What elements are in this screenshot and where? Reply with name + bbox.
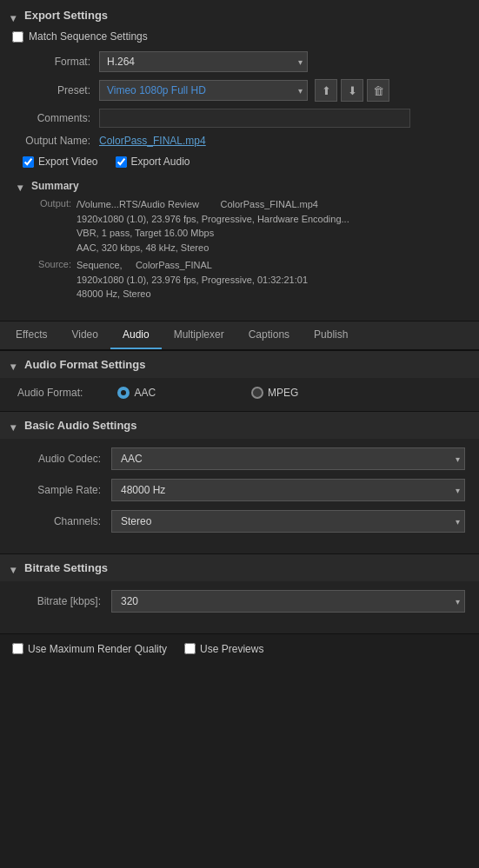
tab-audio[interactable]: Audio [110,321,162,349]
export-video-checkbox[interactable] [23,156,34,168]
basic-audio-settings-content: Audio Codec: AAC MP3 ▾ Sample Rate: 4410… [0,439,479,553]
max-render-quality-label: Use Maximum Render Quality [28,643,167,655]
use-previews-label: Use Previews [200,643,263,655]
summary-source-row: Source: Sequence, ColorPass_FINAL 1920x1… [17,258,462,301]
preset-select[interactable]: Vimeo 1080p Full HD [99,80,308,101]
aac-radio-label: AAC [134,387,156,399]
summary-title: Summary [31,180,79,192]
tabs-bar: Effects Video Audio Multiplexer Captions… [0,321,479,350]
comments-row: Comments: [10,109,469,128]
audio-format-collapse-icon [10,360,19,368]
export-settings-header[interactable]: Export Settings [10,9,469,22]
bitrate-label: Bitrate [kbps]: [14,595,101,607]
summary-output-label: Output: [21,197,71,255]
import-preset-button[interactable]: ⬇ [341,79,363,102]
bitrate-row: Bitrate [kbps]: 128 192 256 320 384 ▾ [14,590,465,613]
tab-video[interactable]: Video [59,321,110,349]
basic-audio-settings-section: Basic Audio Settings Audio Codec: AAC MP… [0,411,479,553]
channels-row: Channels: Mono Stereo 5.1 ▾ [14,510,465,533]
delete-preset-button[interactable]: 🗑 [367,79,389,102]
audio-codec-select-wrapper: AAC MP3 ▾ [111,447,465,470]
sample-rate-select-wrapper: 44100 Hz 48000 Hz 96000 Hz ▾ [111,479,465,501]
output-name-label: Output Name: [14,135,90,147]
basic-audio-collapse-icon [10,421,19,429]
audio-codec-label: Audio Codec: [14,453,101,465]
format-row: Format: H.264 ▾ [10,51,469,72]
use-previews-checkbox[interactable] [184,643,196,654]
mpeg-radio-item[interactable]: MPEG [251,387,298,399]
basic-audio-settings-title: Basic Audio Settings [24,419,137,432]
preset-label: Preset: [14,84,90,96]
export-checkboxes-row: Export Video Export Audio [10,156,469,168]
comments-input[interactable] [99,109,410,128]
aac-radio-item[interactable]: AAC [117,387,156,399]
channels-label: Channels: [14,515,101,527]
export-audio-checkbox[interactable] [116,156,127,168]
bitrate-settings-section: Bitrate Settings Bitrate [kbps]: 128 192… [0,553,479,633]
match-sequence-label: Match Sequence Settings [29,30,148,43]
channels-select-wrapper: Mono Stereo 5.1 ▾ [111,510,465,533]
output-name-value[interactable]: ColorPass_FINAL.mp4 [99,135,206,147]
audio-format-settings-header[interactable]: Audio Format Settings [0,350,479,378]
export-settings-section: Export Settings Match Sequence Settings … [0,0,479,321]
bitrate-settings-content: Bitrate [kbps]: 128 192 256 320 384 ▾ [0,581,479,633]
channels-select[interactable]: Mono Stereo 5.1 [111,510,465,533]
aac-radio-icon [117,387,130,399]
bitrate-select-wrapper: 128 192 256 320 384 ▾ [111,590,465,613]
audio-format-settings-content: Audio Format: AAC MPEG [0,378,479,411]
tab-effects[interactable]: Effects [3,321,59,349]
mpeg-radio-icon [251,387,263,399]
audio-codec-row: Audio Codec: AAC MP3 ▾ [14,447,465,470]
bitrate-select[interactable]: 128 192 256 320 384 [111,590,465,613]
export-video-label: Export Video [38,156,98,168]
max-render-quality-checkbox[interactable] [12,643,23,654]
export-audio-label: Export Audio [131,156,190,168]
basic-audio-settings-header[interactable]: Basic Audio Settings [0,411,479,439]
bitrate-settings-header[interactable]: Bitrate Settings [0,553,479,581]
sample-rate-row: Sample Rate: 44100 Hz 48000 Hz 96000 Hz … [14,479,465,501]
format-select-wrapper: H.264 ▾ [99,51,308,72]
tab-multiplexer[interactable]: Multiplexer [162,321,236,349]
summary-collapse-icon [17,182,26,190]
summary-header[interactable]: Summary [17,180,462,192]
bitrate-collapse-icon [10,563,19,572]
summary-output-row: Output: /Volume...RTS/Audio Review Color… [17,197,462,255]
preset-select-wrapper: Vimeo 1080p Full HD ▾ [99,80,308,101]
export-settings-title: Export Settings [24,9,108,22]
summary-output-value: /Volume...RTS/Audio Review ColorPass_FIN… [77,197,349,255]
collapse-icon [10,11,19,20]
bottom-checkboxes: Use Maximum Render Quality Use Previews [0,633,479,664]
audio-codec-select[interactable]: AAC MP3 [111,447,465,470]
export-video-item: Export Video [23,156,98,168]
export-audio-item: Export Audio [116,156,190,168]
preset-row: Preset: Vimeo 1080p Full HD ▾ ⬆ ⬇ 🗑 [10,79,469,102]
comments-label: Comments: [14,112,90,124]
format-label: Format: [14,56,90,68]
bitrate-settings-title: Bitrate Settings [24,561,108,574]
summary-source-label: Source: [21,258,71,301]
summary-section: Summary Output: /Volume...RTS/Audio Revi… [10,176,469,308]
sample-rate-label: Sample Rate: [14,484,101,496]
preset-icons-group: ⬆ ⬇ 🗑 [315,79,389,102]
summary-source-value: Sequence, ColorPass_FINAL 1920x1080 (1.0… [77,258,308,301]
mpeg-radio-label: MPEG [268,387,298,399]
audio-format-row: Audio Format: AAC MPEG [14,387,465,399]
match-sequence-checkbox[interactable] [12,31,23,43]
max-render-quality-item: Use Maximum Render Quality [12,643,167,655]
tab-publish[interactable]: Publish [302,321,360,349]
match-sequence-row: Match Sequence Settings [10,30,469,43]
use-previews-item: Use Previews [184,643,263,655]
audio-format-settings-title: Audio Format Settings [24,358,145,371]
sample-rate-select[interactable]: 44100 Hz 48000 Hz 96000 Hz [111,479,465,501]
output-name-row: Output Name: ColorPass_FINAL.mp4 [10,135,469,147]
format-select[interactable]: H.264 [99,51,308,72]
audio-format-settings-section: Audio Format Settings Audio Format: AAC … [0,350,479,411]
tab-captions[interactable]: Captions [236,321,302,349]
audio-format-label: Audio Format: [17,387,83,399]
save-preset-button[interactable]: ⬆ [315,79,337,102]
